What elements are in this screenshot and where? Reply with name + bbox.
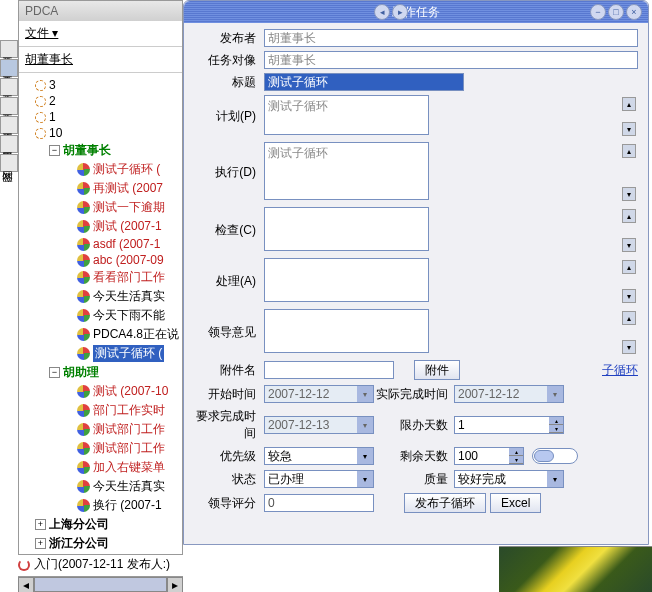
sidebar-tab-diary[interactable]: 工作日记: [0, 135, 18, 153]
start-date-input[interactable]: 2007-12-12▾: [264, 385, 374, 403]
scroll-right-icon[interactable]: ▸: [167, 577, 183, 592]
scroll-down-icon[interactable]: ▾: [622, 187, 636, 201]
tree-item[interactable]: 再测试 (2007: [93, 180, 163, 197]
attach-name-input[interactable]: [264, 361, 394, 379]
work-tree[interactable]: 3 2 1 10 −胡董事长 测试子循环 ( 再测试 (2007 测试一下逾期 …: [19, 73, 182, 551]
tree-count[interactable]: 2: [49, 94, 56, 108]
label-plan: 计划(P): [194, 108, 264, 125]
minimize-button[interactable]: −: [590, 4, 606, 20]
tree-item[interactable]: 测试 (2007-1: [93, 218, 162, 235]
spin-down-icon[interactable]: ▾: [509, 456, 523, 464]
subject-input[interactable]: 测试子循环: [264, 73, 464, 91]
tree-item[interactable]: 测试部门工作: [93, 440, 165, 457]
tree-owner[interactable]: 胡助理: [63, 364, 99, 381]
act-textarea[interactable]: [264, 258, 429, 302]
tree-count[interactable]: 10: [49, 126, 62, 140]
slider-thumb[interactable]: [534, 450, 554, 462]
label-check: 检查(C): [194, 222, 264, 239]
tree-item[interactable]: 测试 (2007-10: [93, 383, 168, 400]
pdca-icon: [77, 201, 90, 214]
tree-item[interactable]: 今天生活真实: [93, 288, 165, 305]
chevron-down-icon[interactable]: ▾: [547, 471, 563, 487]
publisher-input[interactable]: [264, 29, 638, 47]
tree-company[interactable]: 上海分公司: [49, 516, 109, 533]
status-select[interactable]: 已办理▾: [264, 470, 374, 488]
excel-button[interactable]: Excel: [490, 493, 541, 513]
pdca-icon: [77, 163, 90, 176]
prev-button[interactable]: ◂: [374, 4, 390, 20]
scroll-up-icon[interactable]: ▴: [622, 311, 636, 325]
tree-item[interactable]: 测试子循环 (: [93, 161, 160, 178]
spin-up-icon[interactable]: ▴: [509, 448, 523, 456]
calendar-icon[interactable]: ▾: [547, 386, 563, 402]
tree-count[interactable]: 1: [49, 110, 56, 124]
next-button[interactable]: ▸: [392, 4, 408, 20]
collapse-icon[interactable]: −: [49, 367, 60, 378]
label-quality: 质量: [374, 471, 454, 488]
file-menu[interactable]: 文件 ▾: [25, 26, 58, 40]
tree-item[interactable]: 加入右键菜单: [93, 459, 165, 476]
maximize-button[interactable]: □: [608, 4, 624, 20]
calendar-icon[interactable]: ▾: [357, 417, 373, 433]
tree-item[interactable]: 测试部门工作: [93, 421, 165, 438]
calendar-icon[interactable]: ▾: [357, 386, 373, 402]
plan-textarea[interactable]: [264, 95, 429, 135]
target-input[interactable]: [264, 51, 638, 69]
priority-select[interactable]: 较急▾: [264, 447, 374, 465]
scroll-left-icon[interactable]: ◂: [18, 577, 34, 592]
scroll-thumb[interactable]: [34, 577, 167, 592]
tree-item[interactable]: 今天下雨不能: [93, 307, 165, 324]
expand-icon[interactable]: +: [35, 519, 46, 530]
chevron-down-icon[interactable]: ▾: [357, 471, 373, 487]
tree-item[interactable]: PDCA4.8正在说: [93, 326, 179, 343]
sidebar-tab-netsign[interactable]: 网签: [0, 154, 18, 172]
progress-slider[interactable]: [532, 448, 578, 464]
quality-select[interactable]: 较好完成▾: [454, 470, 564, 488]
horizontal-scrollbar[interactable]: ◂ ▸: [18, 576, 183, 592]
scroll-up-icon[interactable]: ▴: [622, 209, 636, 223]
scroll-up-icon[interactable]: ▴: [622, 260, 636, 274]
tree-item[interactable]: abc (2007-09: [93, 253, 164, 267]
sidebar-tab-published[interactable]: 我发布的工作: [0, 59, 18, 77]
tree-item[interactable]: 部门工作实时: [93, 402, 165, 419]
sidebar-tab-report[interactable]: 工作报告: [0, 116, 18, 134]
tree-item[interactable]: 测试一下逾期: [93, 199, 165, 216]
scroll-down-icon[interactable]: ▾: [622, 289, 636, 303]
tree-item[interactable]: 看看部门工作: [93, 269, 165, 286]
limit-days-spinner[interactable]: 1▴▾: [454, 416, 564, 434]
score-input[interactable]: [264, 494, 374, 512]
scroll-down-icon[interactable]: ▾: [622, 238, 636, 252]
spin-down-icon[interactable]: ▾: [549, 425, 563, 433]
scroll-down-icon[interactable]: ▾: [622, 122, 636, 136]
collapse-icon[interactable]: −: [49, 145, 60, 156]
scroll-down-icon[interactable]: ▾: [622, 340, 636, 354]
scroll-up-icon[interactable]: ▴: [622, 97, 636, 111]
tree-item-selected[interactable]: 测试子循环 (: [93, 345, 164, 362]
label-remain-days: 剩余天数: [374, 448, 454, 465]
tree-item[interactable]: 换行 (2007-1: [93, 497, 162, 514]
check-textarea[interactable]: [264, 207, 429, 251]
tree-item[interactable]: 今天生活真实: [93, 478, 165, 495]
scroll-up-icon[interactable]: ▴: [622, 144, 636, 158]
pdca-icon: [77, 254, 90, 267]
sidebar-tab-dept[interactable]: 部门工作: [0, 97, 18, 115]
tree-item[interactable]: asdf (2007-1: [93, 237, 160, 251]
sidebar-tab-mywork[interactable]: 我的工作: [0, 40, 18, 58]
tree-company[interactable]: 浙江分公司: [49, 535, 109, 551]
close-button[interactable]: ×: [626, 4, 642, 20]
expand-icon[interactable]: +: [35, 538, 46, 549]
label-opinion: 领导意见: [194, 324, 264, 341]
do-textarea[interactable]: [264, 142, 429, 200]
attach-button[interactable]: 附件: [414, 360, 460, 380]
tree-count[interactable]: 3: [49, 78, 56, 92]
publish-subloop-button[interactable]: 发布子循环: [404, 493, 486, 513]
opinion-textarea[interactable]: [264, 309, 429, 353]
remain-days-spinner[interactable]: 100▴▾: [454, 447, 524, 465]
chevron-down-icon[interactable]: ▾: [357, 448, 373, 464]
tree-owner[interactable]: 胡董事长: [63, 142, 111, 159]
spin-up-icon[interactable]: ▴: [549, 417, 563, 425]
required-end-date-input[interactable]: 2007-12-13▾: [264, 416, 374, 434]
sidebar-tab-work[interactable]: 工作: [0, 78, 18, 96]
actual-end-date-input[interactable]: 2007-12-12▾: [454, 385, 564, 403]
subloop-link[interactable]: 子循环: [602, 362, 638, 379]
